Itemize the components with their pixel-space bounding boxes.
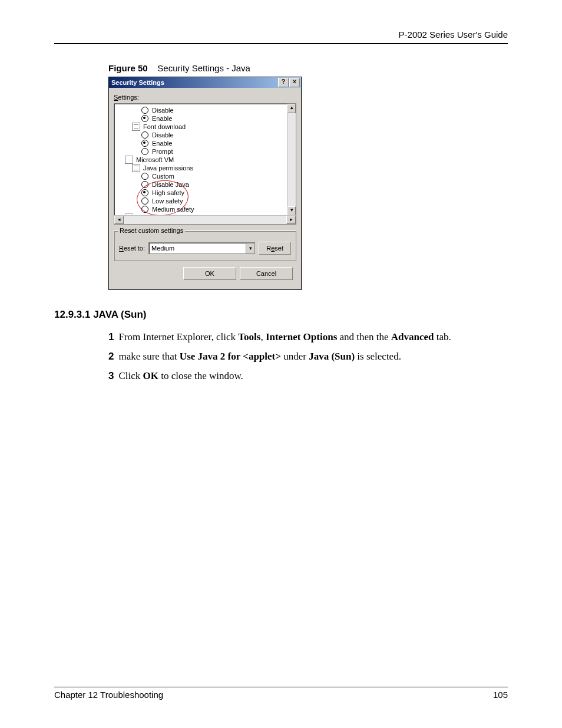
step-body: From Internet Explorer, click Tools, Int… [118, 329, 451, 345]
radio-custom[interactable]: Custom [118, 172, 296, 180]
step-body: make sure that Use Java 2 for <applet> u… [118, 348, 401, 364]
radio-prompt[interactable]: Prompt [118, 147, 296, 156]
step-body: Click OK to close the window. [118, 368, 243, 384]
close-button[interactable]: × [289, 78, 300, 87]
reset-custom-settings-group: Reset custom settings Reset to: Medium ▾… [114, 230, 296, 261]
category-microsoft-vm: Microsoft VM [118, 156, 296, 164]
security-settings-dialog: Security Settings ? × Settings: Disable … [108, 77, 302, 290]
page: P-2002 Series User's Guide Figure 50 Sec… [0, 0, 562, 728]
footer: Chapter 12 Troubleshooting 105 [54, 687, 508, 700]
radio-disable-1[interactable]: Disable [118, 106, 296, 114]
top-rule [54, 43, 508, 44]
step-1: 1 From Internet Explorer, click Tools, I… [108, 329, 508, 345]
footer-page-number: 105 [493, 690, 508, 700]
step-3: 3 Click OK to close the window. [108, 368, 508, 384]
horizontal-scrollbar[interactable]: ◂ ▸ [114, 215, 296, 224]
step-2: 2 make sure that Use Java 2 for <applet>… [108, 348, 508, 364]
reset-button[interactable]: Reset [259, 242, 291, 255]
radio-enable-1[interactable]: Enable [118, 114, 296, 123]
radio-disable-java[interactable]: Disable Java [118, 180, 296, 189]
radio-disable-2[interactable]: Disable [118, 131, 296, 139]
running-head: P-2002 Series User's Guide [54, 29, 508, 39]
radio-medium-safety[interactable]: Medium safety [118, 205, 296, 213]
figure-caption-text: Security Settings - Java [157, 63, 250, 73]
combo-value: Medium [151, 245, 174, 252]
reset-to-label: Reset to: [119, 245, 145, 252]
footer-chapter: Chapter 12 Troubleshooting [54, 690, 163, 700]
step-number: 3 [108, 368, 114, 384]
document-icon [132, 164, 140, 172]
radio-high-safety[interactable]: High safety [118, 189, 296, 197]
reset-level-combo[interactable]: Medium ▾ [148, 242, 255, 254]
chevron-down-icon[interactable]: ▾ [246, 243, 254, 253]
settings-tree[interactable]: Disable Enable Font download Disable Ena… [114, 103, 296, 225]
cancel-button[interactable]: Cancel [240, 267, 293, 280]
figure-label: Figure 50 [108, 63, 148, 73]
titlebar: Security Settings ? × [109, 77, 301, 88]
titlebar-buttons: ? × [278, 78, 300, 87]
category-java-permissions: Java permissions [118, 164, 296, 172]
step-number: 2 [108, 348, 114, 364]
settings-label: Settings: [114, 94, 296, 101]
scroll-left-button[interactable]: ◂ [114, 216, 124, 224]
help-button[interactable]: ? [278, 78, 289, 87]
bottom-rule [54, 687, 508, 687]
step-list: 1 From Internet Explorer, click Tools, I… [108, 329, 508, 384]
radio-enable-2[interactable]: Enable [118, 139, 296, 147]
dialog-title: Security Settings [111, 79, 164, 86]
vertical-scrollbar[interactable]: ▴ ▾ [287, 104, 296, 216]
category-font-download: Font download [118, 123, 296, 131]
scroll-right-button[interactable]: ▸ [286, 216, 296, 224]
scroll-up-button[interactable]: ▴ [287, 104, 296, 113]
step-number: 1 [108, 329, 114, 345]
group-legend: Reset custom settings [118, 227, 185, 234]
figure-caption: Figure 50 Security Settings - Java [108, 63, 508, 73]
radio-low-safety[interactable]: Low safety [118, 197, 296, 205]
document-icon [132, 123, 140, 131]
section-heading: 12.9.3.1 JAVA (Sun) [54, 309, 508, 321]
scroll-down-button[interactable]: ▾ [287, 206, 296, 216]
ok-button[interactable]: OK [183, 267, 236, 280]
dialog-body: Settings: Disable Enable Font download D… [109, 88, 301, 289]
dialog-action-row: OK Cancel [114, 261, 296, 285]
folder-icon [125, 156, 133, 164]
